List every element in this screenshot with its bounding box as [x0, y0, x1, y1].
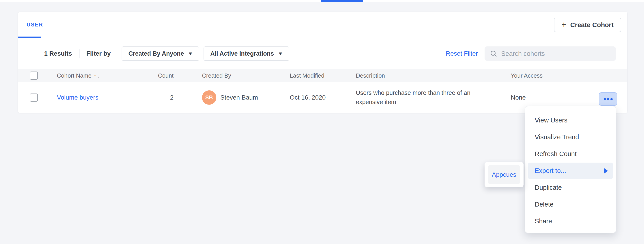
menu-item-refresh-count[interactable]: Refresh Count — [525, 146, 616, 162]
create-cohort-label: Create Cohort — [570, 21, 614, 29]
plus-icon: + — [562, 21, 566, 29]
cohort-name-link[interactable]: Volume buyers — [57, 94, 98, 101]
header-cohort-name-label: Cohort Name — [57, 72, 92, 79]
tab-user[interactable]: USER — [27, 22, 43, 28]
header-count[interactable]: Count — [144, 72, 174, 79]
row-checkbox[interactable] — [30, 94, 38, 102]
export-submenu: Appcues — [484, 162, 524, 187]
avatar: SB — [202, 90, 216, 105]
submenu-arrow-icon — [604, 168, 608, 174]
search-input[interactable] — [501, 50, 610, 57]
header-cohort-name[interactable]: Cohort Name⌃⌄ — [57, 72, 100, 79]
more-dots-icon — [607, 98, 609, 100]
chevron-down-icon: ▼ — [188, 51, 193, 56]
integrations-dropdown[interactable]: All Active Integrations ▼ — [204, 47, 289, 61]
sort-icon: ⌃⌄ — [94, 74, 100, 79]
more-dots-icon — [604, 98, 606, 100]
access-value: None — [511, 94, 526, 101]
menu-item-view-users[interactable]: View Users — [525, 112, 616, 129]
created-by-dropdown[interactable]: Created By Anyone ▼ — [122, 47, 199, 61]
top-active-tab-indicator — [321, 0, 363, 2]
search-icon — [490, 50, 497, 57]
menu-item-export-to[interactable]: Export to... — [528, 163, 613, 179]
menu-item-export-to-label: Export to... — [535, 167, 566, 174]
menu-item-delete[interactable]: Delete — [525, 196, 616, 213]
header-last-modified[interactable]: Last Modified — [290, 72, 324, 79]
created-by-dropdown-label: Created By Anyone — [128, 50, 184, 57]
create-cohort-button[interactable]: + Create Cohort — [554, 18, 621, 32]
last-modified-date: Oct 16, 2020 — [290, 94, 326, 101]
row-actions-button[interactable] — [599, 92, 617, 106]
filter-by-label: Filter by — [86, 50, 111, 57]
integrations-dropdown-label: All Active Integrations — [210, 50, 274, 57]
menu-item-duplicate[interactable]: Duplicate — [525, 179, 616, 196]
select-all-checkbox[interactable] — [30, 72, 38, 80]
cohort-description: Users who purchase more than three of an… — [356, 88, 480, 107]
more-dots-icon — [610, 98, 613, 100]
top-tabbar-strip — [0, 0, 644, 2]
active-tab-indicator — [18, 37, 41, 38]
results-count: 1 Results — [44, 50, 72, 57]
creator-name: Steven Baum — [220, 94, 258, 101]
table-header: Cohort Name⌃⌄ Count Created By Last Modi… — [18, 69, 627, 82]
cohort-count: 2 — [144, 94, 174, 101]
header-created-by[interactable]: Created By — [202, 72, 231, 79]
menu-item-share[interactable]: Share — [525, 213, 616, 230]
filter-bar: 1 Results Filter by Created By Anyone ▼ … — [18, 38, 627, 69]
header-your-access: Your Access — [511, 72, 542, 79]
menu-item-visualize-trend[interactable]: Visualize Trend — [525, 129, 616, 146]
chevron-down-icon: ▼ — [278, 51, 283, 56]
divider — [79, 49, 80, 58]
row-actions-menu: View Users Visualize Trend Refresh Count… — [525, 106, 616, 233]
header-description: Description — [356, 72, 385, 79]
cohorts-card: USER + Create Cohort 1 Results Filter by… — [18, 12, 628, 113]
submenu-item-appcues[interactable]: Appcues — [488, 165, 520, 184]
reset-filter-link[interactable]: Reset Filter — [446, 50, 478, 57]
search-box[interactable] — [484, 47, 616, 61]
tab-strip: USER + Create Cohort — [18, 12, 627, 38]
